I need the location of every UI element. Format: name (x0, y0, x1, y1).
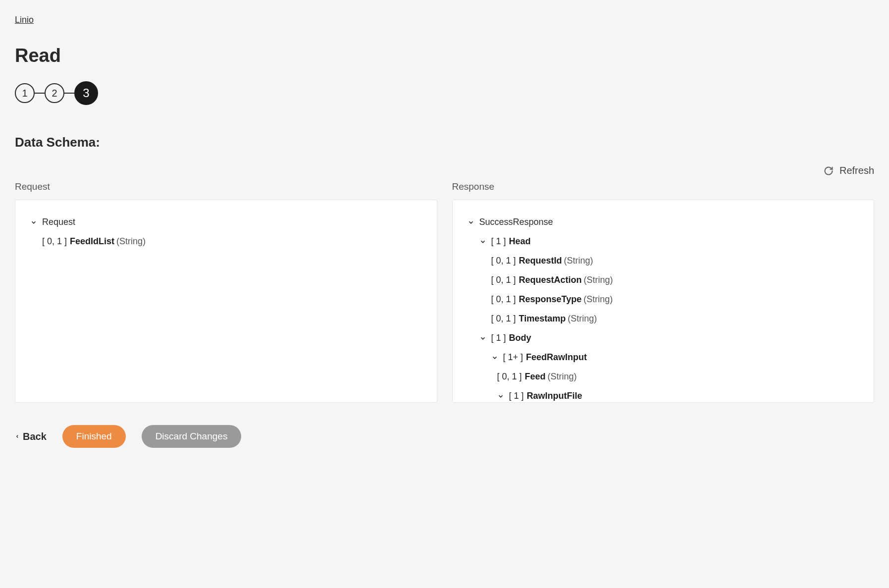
refresh-icon (824, 166, 834, 176)
tree-node-head[interactable]: [ 1 ] Head (468, 232, 859, 251)
response-panel: SuccessResponse [ 1 ] Head [ 0, 1 ] Requ… (452, 200, 875, 403)
response-header: Response (452, 181, 875, 192)
tree-node-requestaction[interactable]: [ 0, 1 ] RequestAction (String) (468, 270, 859, 290)
tree-node-feedrawinput[interactable]: [ 1+ ] FeedRawInput (468, 348, 859, 367)
request-panel: Request [ 0, 1 ] FeedIdList (String) (15, 200, 437, 403)
node-name: Feed (525, 370, 546, 383)
tree-node-request[interactable]: Request (30, 213, 422, 232)
cardinality: [ 0, 1 ] (491, 254, 516, 267)
step-connector (35, 93, 45, 94)
stepper: 1 2 3 (15, 81, 874, 105)
node-type: (String) (564, 254, 593, 267)
node-label: Request (42, 215, 75, 229)
node-name: RequestId (519, 254, 562, 267)
step-1[interactable]: 1 (15, 83, 35, 103)
chevron-down-icon[interactable] (479, 335, 486, 342)
tree-node-rawinputfile[interactable]: [ 1 ] RawInputFile (468, 386, 859, 403)
cardinality: [ 0, 1 ] (491, 293, 516, 306)
tree-node-responsetype[interactable]: [ 0, 1 ] ResponseType (String) (468, 290, 859, 309)
request-header: Request (15, 181, 437, 192)
cardinality: [ 0, 1 ] (491, 312, 516, 325)
discard-changes-button[interactable]: Discard Changes (142, 425, 242, 448)
section-title: Data Schema: (15, 135, 874, 150)
chevron-down-icon[interactable] (479, 238, 486, 245)
node-name: Head (509, 235, 531, 248)
cardinality: [ 0, 1 ] (497, 370, 522, 383)
cardinality: [ 0, 1 ] (42, 235, 67, 248)
node-type: (String) (584, 273, 613, 287)
chevron-left-icon (15, 431, 20, 442)
node-type: (String) (116, 235, 146, 248)
tree-node-timestamp[interactable]: [ 0, 1 ] Timestamp (String) (468, 309, 859, 328)
tree-node-body[interactable]: [ 1 ] Body (468, 328, 859, 348)
tree-node-feedidlist[interactable]: [ 0, 1 ] FeedIdList (String) (30, 232, 422, 251)
node-type: (String) (568, 312, 597, 325)
refresh-label: Refresh (839, 165, 874, 176)
finished-button[interactable]: Finished (62, 425, 126, 448)
step-2[interactable]: 2 (45, 83, 64, 103)
back-label: Back (23, 431, 47, 442)
node-type: (String) (548, 370, 577, 383)
cardinality: [ 1 ] (509, 389, 524, 403)
back-button[interactable]: Back (15, 431, 47, 442)
cardinality: [ 1 ] (491, 331, 506, 345)
node-name: RequestAction (519, 273, 582, 287)
node-label: SuccessResponse (479, 215, 553, 229)
node-name: Timestamp (519, 312, 566, 325)
step-connector (64, 93, 74, 94)
node-name: FeedIdList (70, 235, 114, 248)
node-type: (String) (583, 293, 613, 306)
node-name: FeedRawInput (526, 351, 587, 364)
node-name: ResponseType (519, 293, 582, 306)
tree-node-requestid[interactable]: [ 0, 1 ] RequestId (String) (468, 251, 859, 270)
node-name: RawInputFile (527, 389, 582, 403)
tree-node-feed[interactable]: [ 0, 1 ] Feed (String) (468, 367, 859, 386)
breadcrumb[interactable]: Linio (15, 15, 34, 25)
chevron-down-icon[interactable] (491, 354, 498, 361)
cardinality: [ 1 ] (491, 235, 506, 248)
step-3[interactable]: 3 (74, 81, 98, 105)
chevron-down-icon[interactable] (468, 219, 474, 226)
chevron-down-icon[interactable] (30, 219, 37, 226)
page-title: Read (15, 45, 874, 66)
cardinality: [ 0, 1 ] (491, 273, 516, 287)
cardinality: [ 1+ ] (503, 351, 523, 364)
chevron-down-icon[interactable] (497, 393, 504, 400)
refresh-button[interactable]: Refresh (824, 165, 874, 176)
node-name: Body (509, 331, 531, 345)
tree-node-successresponse[interactable]: SuccessResponse (468, 213, 859, 232)
